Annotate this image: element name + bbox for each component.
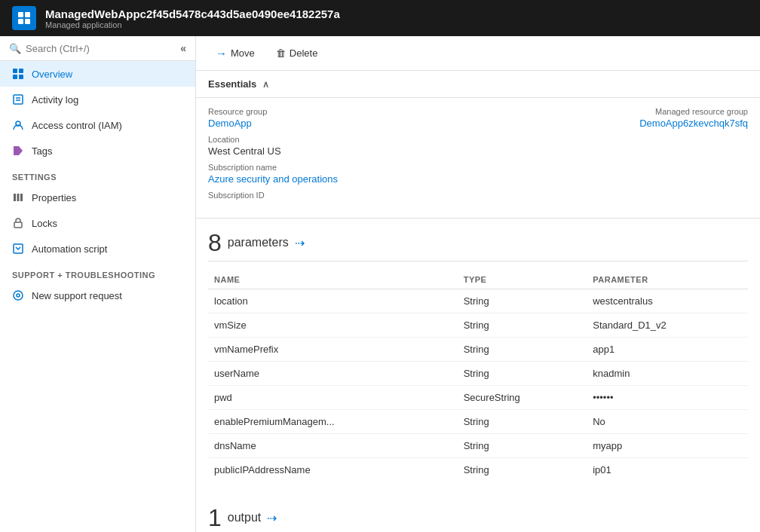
table-row: dnsName String myapp <box>208 434 748 458</box>
sidebar-item-locks[interactable]: Locks <box>0 210 195 236</box>
parameters-title: parameters <box>228 236 289 249</box>
essentials-header: Essentials ∧ <box>196 71 760 98</box>
sidebar: 🔍 « Overview Activity log Access control… <box>0 36 196 532</box>
output-section: 1 output ⇢ NAME TYPE OUTPUT applicationE… <box>196 494 760 532</box>
essentials-left: Resource group DemoApp Location West Cen… <box>208 107 624 206</box>
tags-icon <box>12 145 24 157</box>
params-col-type: TYPE <box>458 271 587 289</box>
param-type: String <box>458 434 587 458</box>
table-row: pwd SecureString •••••• <box>208 386 748 410</box>
output-export-icon[interactable]: ⇢ <box>267 511 277 525</box>
essentials-label: Essentials <box>208 78 256 90</box>
header-titles: ManagedWebAppc2f45d5478c443d5ae0490ee418… <box>45 8 340 29</box>
param-name: enablePremiumManagem... <box>208 410 458 434</box>
activity-log-label: Activity log <box>32 94 78 105</box>
parameters-header: 8 parameters ⇢ <box>208 231 748 261</box>
search-input[interactable] <box>26 43 176 54</box>
move-button[interactable]: → Move <box>208 42 262 64</box>
output-count: 1 <box>208 506 222 530</box>
managed-resource-group-link[interactable]: DemoApp6zkevchqk7sfq <box>639 118 748 129</box>
param-value: ip01 <box>587 458 748 482</box>
params-col-name: NAME <box>208 271 458 289</box>
table-row: vmNamePrefix String app1 <box>208 338 748 362</box>
app-icon <box>12 6 36 30</box>
output-header: 1 output ⇢ <box>208 506 748 532</box>
param-name: userName <box>208 362 458 386</box>
subscription-id-label: Subscription ID <box>208 191 624 200</box>
tags-label: Tags <box>32 145 52 157</box>
param-type: String <box>458 338 587 362</box>
param-type: String <box>458 362 587 386</box>
parameters-table: NAME TYPE PARAMETER location String west… <box>208 271 748 482</box>
delete-icon: 🗑 <box>276 47 286 59</box>
search-icon: 🔍 <box>9 43 21 54</box>
support-icon <box>12 289 24 301</box>
table-row: publicIPAddressName String ip01 <box>208 458 748 482</box>
parameters-export-icon[interactable]: ⇢ <box>295 236 305 250</box>
support-section-label: SUPPORT + TROUBLESHOOTING <box>0 261 195 283</box>
resource-group-field: Resource group DemoApp <box>208 107 624 129</box>
table-row: userName String knadmin <box>208 362 748 386</box>
param-name: vmNamePrefix <box>208 338 458 362</box>
settings-section-label: SETTINGS <box>0 164 195 185</box>
svg-rect-12 <box>14 194 16 201</box>
svg-point-18 <box>17 294 20 297</box>
sidebar-item-new-support[interactable]: New support request <box>0 283 195 308</box>
location-field: Location West Central US <box>208 135 624 157</box>
overview-label: Overview <box>32 69 72 80</box>
access-control-label: Access control (IAM) <box>32 120 122 131</box>
page-subtitle: Managed application <box>45 20 340 29</box>
locks-label: Locks <box>32 218 57 229</box>
sidebar-item-overview[interactable]: Overview <box>0 61 195 87</box>
search-bar: 🔍 « <box>0 36 195 61</box>
param-value: westcentralus <box>587 289 748 313</box>
param-type: SecureString <box>458 386 587 410</box>
param-name: vmSize <box>208 313 458 338</box>
content-area: → Move 🗑 Delete Essentials ∧ Resource gr… <box>196 36 760 532</box>
main-layout: 🔍 « Overview Activity log Access control… <box>0 36 760 532</box>
subscription-name-link[interactable]: Azure security and operations <box>208 173 338 185</box>
delete-label: Delete <box>290 47 318 59</box>
automation-script-icon <box>12 243 24 255</box>
access-control-icon <box>12 119 24 131</box>
table-row: location String westcentralus <box>208 289 748 313</box>
essentials-right: Managed resource group DemoApp6zkevchqk7… <box>639 107 748 206</box>
param-type: String <box>458 410 587 434</box>
properties-label: Properties <box>32 192 76 203</box>
toolbar: → Move 🗑 Delete <box>196 36 760 71</box>
resource-group-link[interactable]: DemoApp <box>208 118 252 129</box>
overview-icon <box>12 68 24 80</box>
location-value: West Central US <box>208 145 624 157</box>
svg-rect-3 <box>25 19 30 24</box>
parameters-count: 8 <box>208 231 222 255</box>
sidebar-item-tags[interactable]: Tags <box>0 138 195 164</box>
table-row: enablePremiumManagem... String No <box>208 410 748 434</box>
svg-rect-15 <box>14 222 22 228</box>
svg-rect-2 <box>18 19 23 24</box>
new-support-label: New support request <box>32 290 122 301</box>
param-name: publicIPAddressName <box>208 458 458 482</box>
svg-rect-13 <box>17 194 20 201</box>
activity-log-icon <box>12 93 24 105</box>
sidebar-item-automation-script[interactable]: Automation script <box>0 236 195 261</box>
param-type: String <box>458 458 587 482</box>
managed-resource-group-field: Managed resource group DemoApp6zkevchqk7… <box>639 107 748 129</box>
table-row: vmSize String Standard_D1_v2 <box>208 313 748 338</box>
svg-rect-14 <box>20 194 23 201</box>
sidebar-item-activity-log[interactable]: Activity log <box>0 87 195 112</box>
essentials-content: Resource group DemoApp Location West Cen… <box>196 98 760 219</box>
location-label: Location <box>208 135 624 144</box>
properties-icon <box>12 191 24 203</box>
sidebar-item-access-control[interactable]: Access control (IAM) <box>0 112 195 138</box>
collapse-button[interactable]: « <box>180 42 186 54</box>
param-value: Standard_D1_v2 <box>587 313 748 338</box>
svg-rect-7 <box>19 75 23 79</box>
svg-rect-8 <box>14 95 23 104</box>
param-value: app1 <box>587 338 748 362</box>
essentials-chevron-icon: ∧ <box>262 79 269 90</box>
delete-button[interactable]: 🗑 Delete <box>268 43 326 63</box>
param-value: •••••• <box>587 386 748 410</box>
svg-point-17 <box>14 291 23 300</box>
param-name: dnsName <box>208 434 458 458</box>
sidebar-item-properties[interactable]: Properties <box>0 185 195 210</box>
